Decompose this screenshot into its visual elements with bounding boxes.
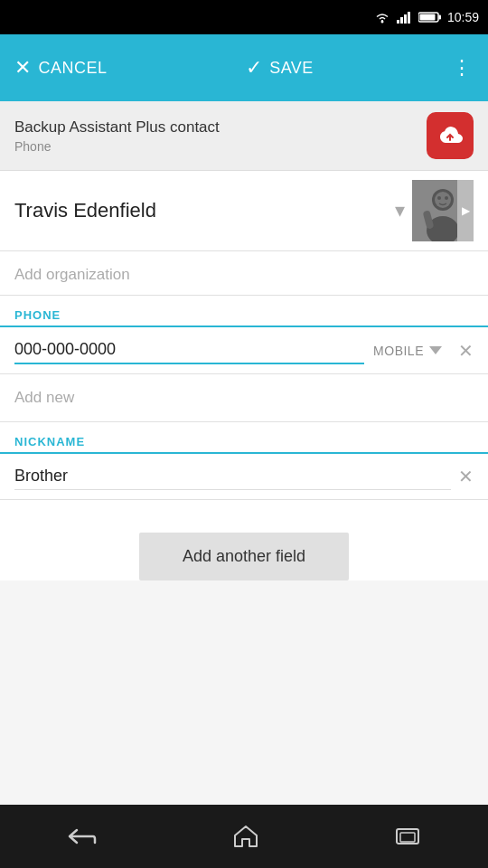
svg-rect-2 [400,17,403,24]
cloud-sync-icon [434,119,466,152]
svg-rect-4 [408,12,410,24]
main-content: Travis Edenfield ▾ ▶ Add o [0,171,488,580]
svg-point-12 [435,192,451,208]
cancel-button[interactable]: ✕ CANCEL [14,56,108,80]
svg-rect-7 [419,14,435,21]
home-button[interactable] [233,825,258,848]
cancel-icon: ✕ [14,56,32,80]
nickname-clear-button[interactable]: ✕ [458,466,474,487]
svg-point-13 [437,196,441,200]
cancel-label: CANCEL [39,59,108,78]
phone-clear-button[interactable]: ✕ [458,340,474,362]
back-button[interactable] [68,826,97,846]
nickname-section-label: NICKNAME [0,422,488,454]
recents-icon [395,826,420,847]
svg-point-0 [380,21,383,24]
phone-type-chevron-icon [429,346,442,354]
avatar-expand-handle[interactable]: ▶ [457,180,474,241]
phone-input[interactable] [14,336,364,364]
status-bar: 10:59 [0,0,488,34]
avatar[interactable]: ▶ [412,180,474,241]
add-another-field-button[interactable]: Add another field [139,533,349,580]
svg-rect-1 [397,20,399,24]
contact-name[interactable]: Travis Edenfield [14,199,395,222]
nickname-input[interactable] [14,463,451,490]
backup-header: Backup Assistant Plus contact Phone [0,101,488,171]
save-button[interactable]: ✓ SAVE [246,56,314,80]
signal-icon [397,11,413,24]
save-label: SAVE [269,59,314,78]
backup-logo [427,112,474,159]
name-row: Travis Edenfield ▾ ▶ [0,171,488,251]
phone-type-selector[interactable]: MOBILE [373,344,442,358]
time-display: 10:59 [447,10,479,24]
phone-type-label: MOBILE [373,344,424,358]
svg-rect-3 [404,14,407,24]
check-icon: ✓ [246,56,263,80]
svg-rect-6 [438,15,441,20]
bottom-nav [0,805,488,868]
phone-field-row: MOBILE ✕ [0,327,488,374]
back-icon [68,826,97,846]
wifi-icon [373,11,391,24]
add-organization-field[interactable]: Add organization [0,251,488,296]
recents-button[interactable] [395,826,420,847]
expand-arrow-icon: ▶ [462,204,470,217]
phone-section-label: PHONE [0,296,488,327]
nickname-field-row: ✕ [0,454,488,500]
home-icon [233,825,258,848]
add-field-container: Add another field [0,533,488,580]
action-bar: ✕ CANCEL ✓ SAVE ⋮ [0,34,488,101]
more-options-button[interactable]: ⋮ [452,56,474,80]
svg-rect-16 [400,833,415,842]
backup-title: Backup Assistant Plus contact [14,118,220,137]
add-new-phone-button[interactable]: Add new [0,374,488,422]
battery-icon [418,11,442,24]
backup-subtitle: Phone [14,139,220,154]
name-expand-icon[interactable]: ▾ [395,199,405,222]
svg-point-14 [445,196,448,200]
